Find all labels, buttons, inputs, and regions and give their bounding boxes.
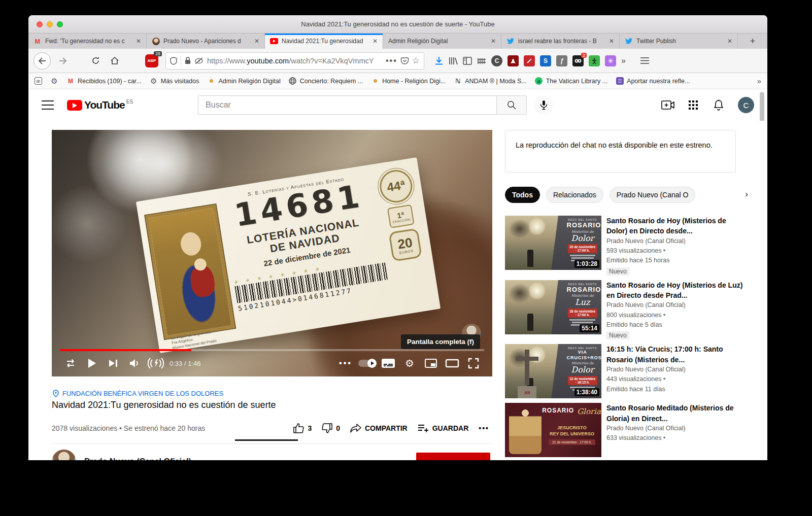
theater-mode-icon[interactable] [442,353,463,373]
related-title[interactable]: Santo Rosario de Hoy (Misterios de Luz) … [606,280,743,301]
bookmark-mas-visitados[interactable]: ⚙ Más visitados [150,77,199,85]
flash-extension-icon[interactable]: ƒ [556,55,567,66]
share-button[interactable]: COMPARTIR [347,420,411,437]
settings-gear-icon[interactable]: ⚙ [399,353,420,373]
video-player[interactable]: La Virgen de la granada. Fra Angélico. M… [52,130,492,376]
video-thumbnail[interactable]: ROSARIO Gloria JESUCRISTO REY DEL UNIVER… [505,403,601,457]
fullscreen-icon[interactable] [463,353,484,373]
chips-next-arrow[interactable]: › [739,187,754,202]
bookmark-aportar[interactable]: ☰ Aportar nuestra refle... [616,77,690,85]
menu-hamburger-icon[interactable] [637,53,653,69]
more-actions-button[interactable]: ••• [476,420,492,436]
channel-name[interactable]: Prado Nuevo (Canal Oficial) [84,457,191,460]
video-thumbnail[interactable]: REZO DEL SANTO ROSARIO Misterios de Luz … [505,280,601,334]
s-extension-icon[interactable]: S [540,55,551,66]
location-link[interactable]: FUNDACIÓN BENÉFICA VIRGEN DE LOS DOLORES [62,390,223,397]
bookmarks-overflow-icon[interactable]: » [757,77,761,85]
miniplayer-icon[interactable] [420,353,442,373]
tab-close-icon[interactable]: ✕ [371,38,379,45]
adblock-plus-icon[interactable]: ABP 28 [145,54,158,67]
wand-extension-icon[interactable] [524,55,535,66]
forward-button[interactable] [55,53,71,69]
voice-search-button[interactable] [534,95,553,115]
next-button[interactable] [103,353,124,373]
overflow-chevron-icon[interactable]: » [621,56,626,65]
tab-close-icon[interactable]: ✕ [253,38,260,45]
zoom-window-button[interactable] [57,21,63,27]
url-text[interactable]: https://www.youtube.com/watch?v=Ka2VkqVm… [207,57,382,65]
chip-prado-nuevo[interactable]: Prado Nuevo (Canal O [610,187,696,203]
tab-youtube-active[interactable]: Navidad 2021:Tu generosidad ✕ [265,33,383,49]
account-avatar[interactable]: C [738,97,754,113]
tab-close-icon[interactable]: ✕ [490,38,497,45]
back-button[interactable] [33,52,51,70]
subscribe-button[interactable] [416,453,490,460]
tab-twitter-publish[interactable]: Twitter Publish ✕ [620,33,738,49]
search-button[interactable] [496,95,527,115]
search-input[interactable] [206,100,489,110]
related-channel[interactable]: Prado Nuevo (Canal Oficial) [606,424,743,433]
autoplay-toggle[interactable] [356,353,378,373]
bookmark-gear-only[interactable]: ⚙ [50,77,58,85]
page-actions-icon[interactable]: ••• [386,56,397,65]
tab-prado-nuevo[interactable]: Prado Nuevo - Apariciones d ✕ [147,33,265,49]
tab-close-icon[interactable]: ✕ [726,38,733,45]
url-bar[interactable]: https://www.youtube.com/watch?v=Ka2VkqVm… [165,52,424,70]
bookmark-concierto[interactable]: Concierto: Requiem ... [289,77,363,85]
tab-twitter-israel[interactable]: israel reabre las fronteras - B ✕ [501,33,620,49]
chip-todos[interactable]: Todos [505,187,540,203]
related-title[interactable]: Santo Rosario de Hoy (Misterios de Dolor… [606,216,743,236]
apps-grid-icon[interactable] [687,99,699,111]
search-input-box[interactable] [198,95,496,115]
bookmark-recibidos[interactable]: M Recibidos (109) - car... [66,77,142,85]
related-video-item[interactable]: XII REZO DEL SANTO VIA CRUCIS+ROSARIO Mi… [505,344,743,398]
new-tab-button[interactable]: + [738,33,767,49]
video-location-row[interactable]: FUNDACIÓN BENÉFICA VIRGEN DE LOS DOLORES [53,390,223,397]
tracking-shield-icon[interactable] [170,57,177,65]
bookmark-home-religion[interactable]: Home - Religión Digi... [371,77,446,85]
like-button[interactable]: 3 [290,419,315,437]
sidebar-toggle-icon[interactable] [463,57,472,65]
binoculars-extension-icon[interactable]: 2 [572,55,584,66]
notifications-bell-icon[interactable] [713,99,725,111]
related-video-item[interactable]: ROSARIO Gloria JESUCRISTO REY DEL UNIVER… [505,403,743,457]
download-icon[interactable] [434,56,444,65]
bookmark-andam[interactable]: ℕ ANDAM ® | Moda S... [454,77,527,85]
subtitles-icon[interactable] [378,353,399,373]
youtube-logo[interactable]: YouTube ES [67,99,133,111]
home-button[interactable] [107,53,123,69]
tab-close-icon[interactable]: ✕ [135,38,142,45]
reload-button[interactable] [87,53,104,69]
green-extension-icon[interactable] [589,55,600,66]
asterisk-extension-icon[interactable]: ✳ [605,55,616,66]
related-channel[interactable]: Prado Nuevo (Canal Oficial) [606,365,743,374]
adobe-acrobat-icon[interactable] [507,55,519,66]
channel-avatar[interactable] [52,450,76,460]
tab-close-icon[interactable]: ✕ [608,38,615,45]
tab-admin-religion[interactable]: Admin Religión Digital ✕ [383,33,501,49]
loop-icon[interactable] [60,353,81,373]
tab-gmail[interactable]: M Fwd: 'Tu generosidad no es c ✕ [28,33,147,49]
related-channel[interactable]: Prado Nuevo (Canal Oficial) [606,300,743,310]
pocket-icon[interactable] [401,57,409,65]
volume-icon[interactable] [124,353,145,373]
bookmark-star-icon[interactable]: ☆ [412,56,420,65]
video-thumbnail[interactable]: REZO DEL SANTO ROSARIO Misterios de Dolo… [505,216,601,270]
close-window-button[interactable] [37,21,43,27]
video-thumbnail[interactable]: XII REZO DEL SANTO VIA CRUCIS+ROSARIO Mi… [505,344,601,398]
fence-extension-icon[interactable] [477,57,486,65]
bookmark-favicon-only[interactable]: æ [35,77,42,85]
related-video-item[interactable]: REZO DEL SANTO ROSARIO Misterios de Luz … [505,280,743,340]
progress-bar[interactable] [60,349,484,351]
bookmark-admin-religion[interactable]: Admin Religión Digital [207,77,280,85]
more-options-icon[interactable]: ••• [335,353,356,373]
chip-relacionados[interactable]: Relacionados [546,187,603,203]
create-video-icon[interactable] [662,99,674,111]
related-video-item[interactable]: REZO DEL SANTO ROSARIO Misterios de Dolo… [505,216,743,276]
dislike-button[interactable]: 0 [319,419,343,437]
bookmark-vatican[interactable]: a The Vatican Library ... [535,77,607,85]
related-title[interactable]: Santo Rosario Meditado (Misterios de Glo… [606,403,743,424]
permissions-blocked-icon[interactable] [194,57,204,64]
library-icon[interactable] [449,57,458,65]
save-button[interactable]: GUARDAR [415,420,472,437]
